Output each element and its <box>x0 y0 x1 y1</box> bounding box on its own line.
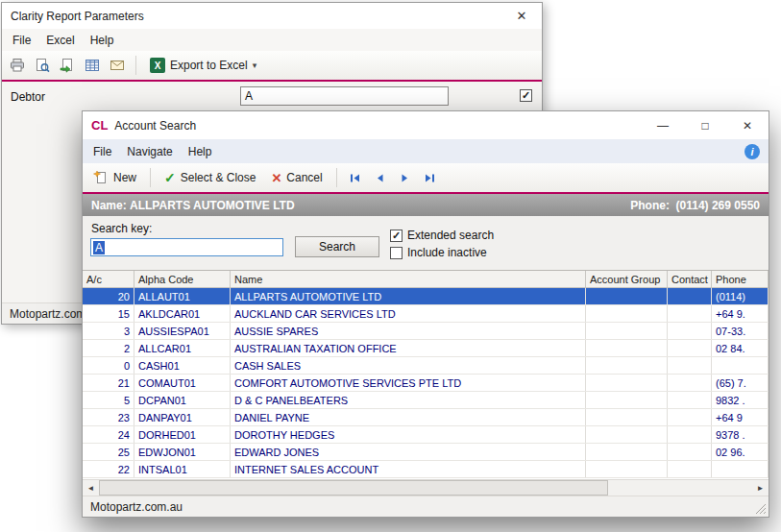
cell-ac: 22 <box>83 461 134 477</box>
param-close-button[interactable]: ✕ <box>501 3 542 29</box>
search-key-label: Search key: <box>91 222 152 235</box>
previous-record-button[interactable] <box>369 166 392 189</box>
debtor-checkbox[interactable]: ✓ <box>520 89 532 102</box>
cell-name: INTERNET SALES ACCOUNT <box>231 461 586 477</box>
param-titlebar[interactable]: Clarity Report Parameters ✕ <box>2 3 542 29</box>
search-toolbar: New ✓ Select & Close ✕ Cancel <box>83 163 769 192</box>
cell-name: DANIEL PAYNE <box>231 409 586 425</box>
info-icon[interactable]: i <box>744 144 760 159</box>
scroll-right-icon[interactable]: ► <box>752 480 769 496</box>
cell-name: COMFORT AUTOMOTIVE SERVICES PTE LTD <box>231 375 586 391</box>
cell-ac: 15 <box>83 305 134 322</box>
close-button[interactable]: ✕ <box>726 111 769 139</box>
cell-phone: +64 9 <box>712 409 769 425</box>
select-and-close-label: Select & Close <box>181 171 256 184</box>
new-button[interactable]: New <box>86 166 143 189</box>
debtor-input[interactable]: A <box>240 86 449 106</box>
param-menu-excel[interactable]: Excel <box>38 34 82 47</box>
table-row[interactable]: 2ALLCAR01AUSTRALIAN TAXATION OFFICE02 84… <box>83 340 769 357</box>
table-row[interactable]: 24DORHED01DOROTHY HEDGES9378 . <box>83 426 769 444</box>
new-label: New <box>113 171 136 184</box>
toolbar-separator <box>336 168 337 187</box>
cell-phone: +64 9. <box>712 305 769 322</box>
param-menu-help[interactable]: Help <box>83 34 122 47</box>
check-icon: ✓ <box>164 170 176 185</box>
table-row[interactable]: 22INTSAL01INTERNET SALES ACCOUNT <box>83 461 769 478</box>
maximize-button[interactable]: □ <box>684 111 726 139</box>
cell-group <box>586 323 668 339</box>
toolbar-separator <box>150 168 151 187</box>
column-header-alpha-code[interactable]: Alpha Code <box>134 271 231 287</box>
cell-group <box>586 357 668 374</box>
search-button[interactable]: Search <box>295 236 379 257</box>
cell-alpha: CASH01 <box>134 357 231 374</box>
table-row[interactable]: 21COMAUT01COMFORT AUTOMOTIVE SERVICES PT… <box>83 375 769 392</box>
cell-name: AUSSIE SPARES <box>231 323 586 339</box>
cell-ac: 0 <box>83 357 134 374</box>
cell-phone: 9378 . <box>712 426 769 443</box>
cell-group <box>586 409 668 425</box>
table-row[interactable]: 15AKLDCAR01AUCKLAND CAR SERVICES LTD+64 … <box>83 305 769 323</box>
print-icon <box>10 58 25 73</box>
select-and-close-button[interactable]: ✓ Select & Close <box>158 166 262 189</box>
param-window-controls: ✕ <box>501 3 542 29</box>
column-header-ac[interactable]: A/c <box>83 271 134 287</box>
cell-contact <box>668 305 712 322</box>
export-file-icon <box>60 58 75 73</box>
last-record-button[interactable] <box>419 166 442 189</box>
cell-name: AUSTRALIAN TAXATION OFFICE <box>231 340 586 356</box>
first-record-icon <box>349 172 361 184</box>
cell-alpha: ALLAUT01 <box>134 288 231 304</box>
search-titlebar[interactable]: CL Account Search — □ ✕ <box>83 111 769 139</box>
cell-ac: 21 <box>83 375 134 391</box>
previous-record-icon <box>374 172 386 184</box>
print-button[interactable] <box>6 54 29 77</box>
table-row[interactable]: 3AUSSIESPA01AUSSIE SPARES07-33. <box>83 323 769 340</box>
search-statusbar: Motopartz.com.au <box>83 496 769 517</box>
search-menu-help[interactable]: Help <box>181 145 220 158</box>
param-menu-file[interactable]: File <box>5 34 38 47</box>
column-header-account-group[interactable]: Account Group <box>586 271 668 287</box>
search-panel: Search key: A Search ✓ Extended search ✓… <box>83 216 769 270</box>
search-key-input[interactable]: A <box>90 238 283 256</box>
cell-group <box>586 392 668 408</box>
table-row[interactable]: 25EDWJON01EDWARD JONES02 96. <box>83 444 769 461</box>
extended-search-checkbox[interactable]: ✓ <box>390 230 403 242</box>
scrollbar-track[interactable] <box>99 480 752 496</box>
minimize-button[interactable]: — <box>642 111 684 139</box>
table-row[interactable]: 5DCPAN01D & C PANELBEATERS9832 . <box>83 392 769 409</box>
cell-alpha: COMAUT01 <box>134 375 231 391</box>
cell-contact <box>668 323 712 339</box>
column-header-phone[interactable]: Phone <box>712 271 769 287</box>
record-phone-value: (0114) 269 0550 <box>676 199 760 212</box>
cell-group <box>586 288 668 304</box>
column-header-name[interactable]: Name <box>231 271 586 287</box>
cancel-button[interactable]: ✕ Cancel <box>264 166 329 189</box>
table-row[interactable]: 0CASH01CASH SALES <box>83 357 769 375</box>
resize-grip[interactable] <box>755 503 767 515</box>
cell-group <box>586 340 668 356</box>
email-button[interactable] <box>106 54 129 77</box>
search-menu-navigate[interactable]: Navigate <box>119 145 180 158</box>
horizontal-scrollbar[interactable]: ◄ ► <box>83 479 769 496</box>
table-row[interactable]: 20ALLAUT01ALLPARTS AUTOMOTIVE LTD(0114) <box>83 288 769 305</box>
include-inactive-checkbox[interactable]: ✓ <box>390 247 403 259</box>
search-menu-file[interactable]: File <box>85 145 119 158</box>
first-record-button[interactable] <box>344 166 367 189</box>
scroll-left-icon[interactable]: ◄ <box>83 480 99 496</box>
export-file-button[interactable] <box>56 54 79 77</box>
cell-group <box>586 444 668 460</box>
cell-alpha: DORHED01 <box>134 426 231 443</box>
scrollbar-thumb[interactable] <box>99 480 608 496</box>
table-view-button[interactable] <box>81 54 104 77</box>
export-to-excel-button[interactable]: X Export to Excel ▾ <box>143 54 263 77</box>
record-name-value: ALLPARTS AUTOMOTIVE LTD <box>130 199 295 212</box>
table-icon <box>85 58 100 73</box>
column-header-contact[interactable]: Contact <box>668 271 712 287</box>
table-row[interactable]: 23DANPAY01DANIEL PAYNE+64 9 <box>83 409 769 426</box>
print-preview-button[interactable] <box>31 54 54 77</box>
next-record-button[interactable] <box>394 166 417 189</box>
cell-phone: 02 96. <box>712 444 769 460</box>
check-icon: ✓ <box>392 230 401 241</box>
cell-contact <box>668 426 712 443</box>
